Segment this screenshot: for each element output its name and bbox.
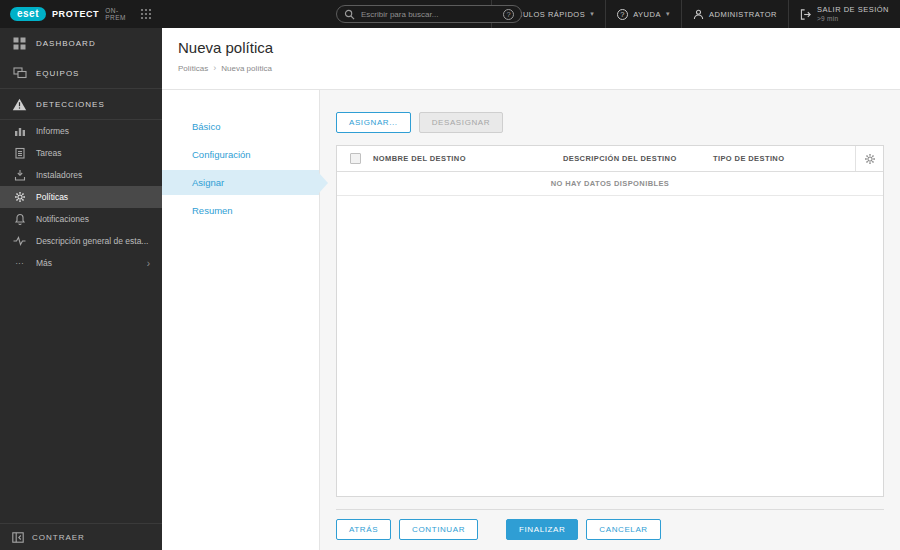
collapse-label: CONTRAER <box>32 533 85 542</box>
table-settings-gear-icon[interactable] <box>855 146 883 171</box>
detections-warning-icon <box>12 98 27 111</box>
breadcrumb-parent[interactable]: Políticas <box>178 64 208 73</box>
logout-label: SALIR DE SESIÓN <box>817 5 889 14</box>
page-header: Nueva política Políticas › Nueva polític… <box>162 28 900 90</box>
select-all-checkbox[interactable] <box>350 153 361 164</box>
sidebar-item-label: Tareas <box>36 148 62 158</box>
column-header-nombre[interactable]: NOMBRE DEL DESTINO <box>373 146 563 171</box>
notifications-bell-icon <box>12 213 27 225</box>
sidebar-item-label: EQUIPOS <box>36 69 79 78</box>
sidebar-item-politicas[interactable]: Políticas <box>0 186 162 208</box>
step-basico[interactable]: Básico <box>162 114 319 139</box>
step-asignar[interactable]: Asignar <box>162 170 319 195</box>
assign-button[interactable]: ASIGNAR... <box>336 112 411 133</box>
app-window: eset PROTECT ON-PREM ? VÍNCULOS RÁPIDOS … <box>0 0 900 550</box>
unassign-button[interactable]: DESASIGNAR <box>419 112 503 133</box>
dashboard-icon <box>12 37 27 50</box>
continue-button[interactable]: CONTINUAR <box>399 519 478 540</box>
product-name: PROTECT <box>52 9 99 19</box>
topbar-menu: VÍNCULOS RÁPIDOS ▾ ? AYUDA ▾ ADMINISTRAT… <box>491 0 900 28</box>
breadcrumb: Políticas › Nueva política <box>178 63 884 73</box>
table-body-empty <box>337 196 883 496</box>
step-resumen[interactable]: Resumen <box>162 198 319 223</box>
sidebar-item-detecciones[interactable]: DETECCIONES <box>0 89 162 119</box>
chevron-down-icon: ▾ <box>666 10 670 18</box>
search-input[interactable] <box>361 10 497 19</box>
global-search: ? <box>336 5 522 23</box>
sidebar-item-label: Informes <box>36 126 69 136</box>
reports-icon <box>12 125 27 137</box>
computers-icon <box>12 67 27 79</box>
session-timer: >9 min <box>817 15 889 23</box>
back-button[interactable]: ATRÁS <box>336 519 391 540</box>
edition-label: ON-PREM <box>105 7 128 21</box>
apps-grid-icon[interactable] <box>140 8 152 20</box>
search-help-icon[interactable]: ? <box>503 9 514 20</box>
table-header-row: NOMBRE DEL DESTINO DESCRIPCIÓN DEL DESTI… <box>337 146 883 172</box>
table-empty-message: NO HAY DATOS DISPONIBLES <box>337 172 883 196</box>
sidebar-item-equipos[interactable]: EQUIPOS <box>0 58 162 88</box>
step-configuracion[interactable]: Configuración <box>162 142 319 167</box>
assign-panel: ASIGNAR... DESASIGNAR NOMBRE DEL DESTINO… <box>320 90 900 550</box>
topbar: eset PROTECT ON-PREM ? VÍNCULOS RÁPIDOS … <box>0 0 900 28</box>
targets-table: NOMBRE DEL DESTINO DESCRIPCIÓN DEL DESTI… <box>336 145 884 497</box>
policies-gear-icon <box>12 191 27 203</box>
breadcrumb-separator-icon: › <box>213 63 216 73</box>
installers-icon <box>12 169 27 181</box>
tasks-icon <box>12 147 27 159</box>
finish-button[interactable]: FINALIZAR <box>506 519 578 540</box>
sidebar-item-tareas[interactable]: Tareas <box>0 142 162 164</box>
sidebar-item-mas[interactable]: ··· Más › <box>0 252 162 274</box>
collapse-icon <box>12 532 24 543</box>
wizard-steps-nav: Básico Configuración Asignar Resumen <box>162 90 320 550</box>
user-menu[interactable]: ADMINISTRATOR <box>681 0 788 28</box>
status-overview-icon <box>12 236 27 246</box>
sidebar-item-informes[interactable]: Informes <box>0 120 162 142</box>
sidebar: DASHBOARD EQUIPOS DETECCIONES Inf <box>0 28 162 550</box>
collapse-sidebar-button[interactable]: CONTRAER <box>0 523 162 550</box>
sidebar-item-label: Más <box>36 258 52 268</box>
assign-toolbar: ASIGNAR... DESASIGNAR <box>320 90 900 145</box>
sidebar-item-label: DASHBOARD <box>36 39 96 48</box>
sidebar-item-label: DETECCIONES <box>36 100 105 109</box>
help-icon: ? <box>617 9 628 20</box>
column-header-descripcion[interactable]: DESCRIPCIÓN DEL DESTINO <box>563 146 713 171</box>
help-menu[interactable]: ? AYUDA ▾ <box>605 0 681 28</box>
logout-button[interactable]: SALIR DE SESIÓN >9 min <box>788 0 900 28</box>
breadcrumb-current: Nueva política <box>221 64 272 73</box>
cancel-button[interactable]: CANCELAR <box>586 519 660 540</box>
sidebar-item-descripcion-general[interactable]: Descripción general de esta... <box>0 230 162 252</box>
user-icon <box>693 9 704 20</box>
chevron-down-icon: ▾ <box>590 10 594 18</box>
eset-logo[interactable]: eset <box>10 7 46 21</box>
sidebar-item-label: Notificaciones <box>36 214 89 224</box>
help-label: AYUDA <box>633 10 661 19</box>
sidebar-item-label: Políticas <box>36 192 68 202</box>
logout-icon <box>800 9 812 20</box>
wizard-footer: ATRÁS CONTINUAR FINALIZAR CANCELAR <box>336 509 884 550</box>
user-label: ADMINISTRATOR <box>709 10 777 19</box>
column-header-tipo[interactable]: TIPO DE DESTINO <box>713 146 855 171</box>
sidebar-item-instaladores[interactable]: Instaladores <box>0 164 162 186</box>
more-ellipsis-icon: ··· <box>12 258 27 268</box>
page-title: Nueva política <box>178 39 884 56</box>
chevron-right-icon: › <box>147 258 150 269</box>
sidebar-item-label: Instaladores <box>36 170 82 180</box>
search-icon <box>344 9 355 20</box>
sidebar-item-notificaciones[interactable]: Notificaciones <box>0 208 162 230</box>
brand: eset PROTECT ON-PREM <box>0 0 162 28</box>
sidebar-item-dashboard[interactable]: DASHBOARD <box>0 28 162 58</box>
sidebar-item-label: Descripción general de esta... <box>36 236 148 246</box>
main-area: Nueva política Políticas › Nueva polític… <box>162 28 900 550</box>
